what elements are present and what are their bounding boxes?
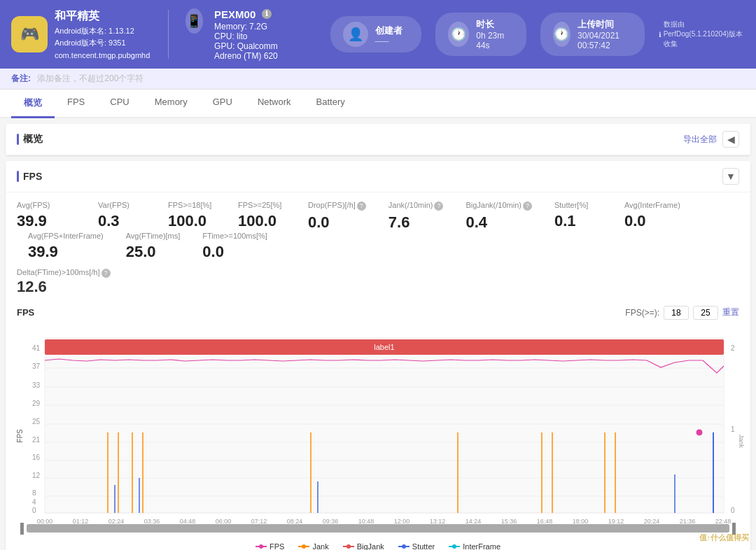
fps-chart-svg: 41 37 33 29 25 21 16 12 8 4 0 2 1 0 Jank [17, 324, 745, 520]
tab-cpu[interactable]: CPU [97, 90, 141, 118]
svg-text:13:12: 13:12 [430, 518, 446, 525]
stat-drop-fps: Drop(FPS)[/h]? 0.0 [297, 201, 377, 232]
stat-bigjank: BigJank(/10min)? 0.4 [454, 201, 542, 232]
stat-jank: Jank(/10min)? 7.6 [377, 201, 455, 232]
stat-avg-ftime: Avg(FTime)[ms] 25.0 [115, 232, 192, 261]
svg-text:2: 2 [731, 344, 735, 352]
collapse-button[interactable]: ◀ [722, 131, 739, 148]
svg-text:22:48: 22:48 [715, 518, 732, 525]
svg-text:21: 21 [32, 436, 41, 444]
data-source: ℹ 数据由PerfDog(5.1.210204)版本收集 [659, 20, 745, 49]
svg-text:15:36: 15:36 [501, 518, 517, 525]
svg-text:12:00: 12:00 [394, 518, 410, 525]
upload-info: 上传时间 30/04/2021 00:57:42 [578, 18, 632, 50]
svg-text:19:12: 19:12 [608, 518, 624, 525]
svg-text:09:36: 09:36 [323, 518, 339, 525]
svg-text:16:48: 16:48 [537, 518, 553, 525]
fps-header: FPS ▼ [6, 161, 750, 192]
tab-battery[interactable]: Battery [304, 90, 358, 118]
legend-fps: FPS [255, 542, 284, 550]
svg-text:29: 29 [32, 400, 41, 407]
svg-text:Jank: Jank [738, 435, 745, 449]
creator-icon: 👤 [343, 22, 368, 47]
fps-chart-wrap: 41 37 33 29 25 21 16 12 8 4 0 2 1 0 Jank [17, 324, 739, 520]
svg-point-66 [259, 544, 263, 549]
svg-text:8: 8 [32, 489, 36, 497]
bigjank-help[interactable]: ? [523, 202, 532, 211]
svg-point-74 [452, 544, 456, 549]
delta-help[interactable]: ? [102, 269, 111, 278]
device-block: 📱 PEXM00 ℹ Memory: 7.2G CPU: lito GPU: Q… [186, 8, 305, 61]
legend-bigjank: BigJank [343, 542, 384, 550]
watermark: 值↑什么值得买 [699, 533, 750, 543]
drop-fps-help[interactable]: ? [357, 202, 366, 211]
stat-ftime-100: FTime>=100ms[%] 0.0 [191, 232, 279, 261]
cpu-info: CPU: lito [214, 31, 305, 41]
legend-stutter: Stutter [398, 542, 435, 550]
device-info-icon[interactable]: ℹ [262, 9, 272, 19]
svg-text:41: 41 [32, 344, 41, 352]
chart-title: FPS [17, 307, 34, 318]
device-icon: 📱 [186, 8, 203, 34]
overview-title: 概览 [17, 133, 43, 146]
svg-text:16: 16 [32, 453, 41, 461]
tab-fps[interactable]: FPS [55, 90, 97, 118]
fps-filter-input-1[interactable] [664, 306, 689, 320]
overview-header: 概览 导出全部 ◀ [6, 124, 750, 155]
scrollbar-thumb [27, 524, 729, 533]
duration-icon: 🕐 [448, 22, 470, 47]
fps-collapse-button[interactable]: ▼ [722, 168, 739, 185]
memory-info: Memory: 7.2G [214, 22, 305, 31]
delta-container: Delta(FTime)>100ms[/h]? 12.6 [17, 268, 739, 299]
jank-help[interactable]: ? [434, 202, 443, 211]
stat-fps-25: FPS>=25[%] 100.0 [227, 201, 297, 232]
tab-network[interactable]: Network [245, 90, 304, 118]
chart-scrollbar: ▐ ▌ [17, 520, 739, 537]
legend-interframe: InterFrame [449, 542, 500, 550]
svg-rect-15 [45, 338, 724, 513]
divider [168, 10, 169, 59]
fps-stats-row: Avg(FPS) 39.9 Var(FPS) 0.3 FPS>=18[%] 10… [17, 201, 739, 261]
note-bar: 备注: 添加备注，不超过200个字符 [0, 69, 756, 90]
delta-label: Delta(FTime)>100ms[/h]? [17, 268, 739, 278]
app-name: 和平精英 [55, 7, 150, 25]
android-version: Android版本名: 1.13.12 [55, 25, 150, 38]
delta-value: 12.6 [17, 278, 739, 296]
stat-avg-interframe: Avg(InterFrame) 0.0 [613, 201, 692, 232]
svg-text:10:48: 10:48 [358, 518, 374, 525]
export-button[interactable]: 导出全部 [683, 134, 717, 146]
svg-text:33: 33 [32, 381, 41, 389]
tab-overview[interactable]: 概览 [11, 90, 55, 118]
fps-section: FPS ▼ Avg(FPS) 39.9 Var(FPS) 0.3 FPS>=18… [6, 161, 750, 550]
tab-gpu[interactable]: GPU [200, 90, 245, 118]
scroll-left-icon[interactable]: ▐ [17, 523, 24, 534]
legend-jank: Jank [298, 542, 328, 550]
device-name: PEXM00 ℹ [214, 8, 305, 20]
fps-filter-input-2[interactable] [693, 306, 718, 320]
scrollbar-track[interactable] [27, 524, 729, 533]
svg-text:0: 0 [32, 507, 36, 514]
app-icon: 🎮 [11, 16, 48, 52]
upload-block: 🕐 上传时间 30/04/2021 00:57:42 [540, 13, 645, 56]
fps-filter-label: FPS(>=): [625, 308, 659, 318]
chart-legend: FPS Jank BigJank Stutter InterFrame [17, 537, 739, 550]
creator-info: 创建者 —— [375, 24, 402, 45]
svg-text:4: 4 [32, 498, 36, 506]
svg-text:20:24: 20:24 [644, 518, 660, 525]
stat-avg-fps-interframe: Avg(FPS+InterFrame) 39.9 [17, 232, 115, 261]
svg-text:02:24: 02:24 [108, 518, 125, 525]
svg-text:14:24: 14:24 [465, 518, 482, 525]
header: 🎮 和平精英 Android版本名: 1.13.12 Android版本号: 9… [0, 0, 756, 69]
svg-point-70 [346, 544, 351, 549]
fps-stats-container: Avg(FPS) 39.9 Var(FPS) 0.3 FPS>=18[%] 10… [6, 192, 750, 298]
svg-text:03:36: 03:36 [144, 518, 160, 525]
tab-memory[interactable]: Memory [142, 90, 200, 118]
gpu-info: GPU: Qualcomm Adreno (TM) 620 [214, 41, 305, 61]
svg-text:12: 12 [32, 472, 41, 479]
svg-text:18:00: 18:00 [573, 518, 589, 525]
fps-reset-button[interactable]: 重置 [722, 306, 739, 318]
duration-block: 🕐 时长 0h 23m 44s [435, 13, 526, 56]
svg-text:25: 25 [32, 418, 41, 425]
svg-text:21:36: 21:36 [680, 518, 696, 525]
svg-text:label1: label1 [374, 343, 394, 351]
